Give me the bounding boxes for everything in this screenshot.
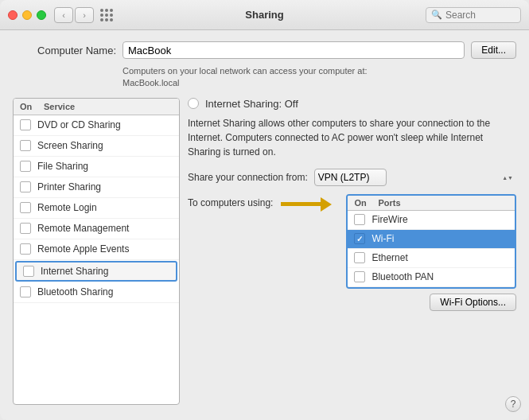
search-input[interactable] bbox=[445, 10, 515, 21]
share-from-label: Share your connection from: bbox=[188, 172, 308, 183]
nav-buttons: ‹ › bbox=[54, 7, 94, 23]
status-radio[interactable] bbox=[188, 98, 199, 109]
right-panel: Internet Sharing: Off Internet Sharing a… bbox=[188, 98, 516, 405]
remote-mgmt-label: Remote Management bbox=[37, 223, 129, 234]
wifi-options-row: Wi-Fi Options... bbox=[188, 294, 516, 311]
ethernet-label: Ethernet bbox=[371, 252, 407, 263]
search-icon: 🔍 bbox=[431, 10, 442, 20]
port-table: On Ports FireWire Wi-Fi Ethernet bbox=[346, 194, 516, 289]
status-title: Internet Sharing: Off bbox=[205, 98, 298, 110]
file-checkbox[interactable] bbox=[20, 161, 31, 172]
port-row-wifi[interactable]: Wi-Fi bbox=[348, 230, 515, 249]
port-row-ethernet[interactable]: Ethernet bbox=[348, 249, 515, 268]
share-from-row: Share your connection from: VPN (L2TP) W… bbox=[188, 169, 516, 186]
share-from-select-wrapper: VPN (L2TP) Wi-Fi Ethernet bbox=[314, 169, 516, 186]
internet-label: Internet Sharing bbox=[41, 266, 108, 277]
col-on-header: On bbox=[20, 102, 44, 111]
minimize-button[interactable] bbox=[22, 10, 32, 20]
sidebar-item-dvd[interactable]: DVD or CD Sharing bbox=[14, 115, 179, 136]
forward-button[interactable]: › bbox=[75, 7, 94, 23]
screen-label: Screen Sharing bbox=[37, 140, 103, 151]
remote-login-checkbox[interactable] bbox=[20, 202, 31, 213]
title-bar: ‹ › Sharing 🔍 bbox=[0, 0, 529, 30]
share-from-select[interactable]: VPN (L2TP) Wi-Fi Ethernet bbox=[314, 169, 387, 186]
sidebar-item-printer[interactable]: Printer Sharing bbox=[14, 177, 179, 198]
sidebar-item-screen[interactable]: Screen Sharing bbox=[14, 136, 179, 157]
firewire-checkbox[interactable] bbox=[354, 214, 365, 225]
edit-button[interactable]: Edit... bbox=[471, 41, 516, 59]
remote-mgmt-checkbox[interactable] bbox=[20, 223, 31, 234]
port-col-ports: Ports bbox=[378, 198, 508, 208]
sidebar-header: On Service bbox=[14, 99, 179, 115]
main-panel: On Service DVD or CD Sharing Screen Shar… bbox=[13, 98, 516, 405]
remote-login-label: Remote Login bbox=[37, 202, 97, 213]
screen-checkbox[interactable] bbox=[20, 140, 31, 151]
port-table-header: On Ports bbox=[348, 196, 515, 211]
to-computers-row: To computers using: On Ports FireWire bbox=[188, 194, 516, 289]
window-title: Sharing bbox=[245, 9, 283, 21]
ethernet-checkbox[interactable] bbox=[354, 252, 365, 263]
file-label: File Sharing bbox=[37, 161, 88, 172]
dvd-checkbox[interactable] bbox=[20, 119, 31, 130]
grid-view-button[interactable] bbox=[97, 7, 116, 23]
bluetooth-label: Bluetooth Sharing bbox=[37, 286, 113, 298]
printer-checkbox[interactable] bbox=[20, 181, 31, 192]
internet-checkbox[interactable] bbox=[23, 266, 34, 277]
help-button[interactable]: ? bbox=[505, 396, 521, 412]
bluetooth-pan-checkbox[interactable] bbox=[354, 271, 365, 282]
firewire-label: FireWire bbox=[371, 214, 407, 225]
sidebar-item-file[interactable]: File Sharing bbox=[14, 157, 179, 177]
col-service-header: Service bbox=[44, 102, 173, 111]
bluetooth-checkbox[interactable] bbox=[20, 286, 31, 298]
sidebar-item-bluetooth[interactable]: Bluetooth Sharing bbox=[14, 282, 179, 303]
computer-name-desc: Computers on your local network can acce… bbox=[123, 65, 516, 90]
dvd-label: DVD or CD Sharing bbox=[37, 119, 121, 130]
sidebar-item-remote-mgmt[interactable]: Remote Management bbox=[14, 219, 179, 239]
wifi-label: Wi-Fi bbox=[371, 233, 394, 244]
close-button[interactable] bbox=[8, 10, 18, 20]
sidebar-item-internet[interactable]: Internet Sharing bbox=[15, 261, 177, 282]
to-computers-label: To computers using: bbox=[188, 194, 273, 208]
arrow-head bbox=[321, 197, 332, 212]
wifi-checkbox[interactable] bbox=[354, 233, 365, 244]
computer-name-label: Computer Name: bbox=[13, 45, 116, 56]
search-bar[interactable]: 🔍 bbox=[426, 7, 521, 23]
traffic-lights bbox=[8, 10, 46, 20]
computer-name-row: Computer Name: Edit... bbox=[13, 41, 516, 59]
services-sidebar: On Service DVD or CD Sharing Screen Shar… bbox=[13, 98, 180, 405]
arrow-line bbox=[281, 202, 321, 206]
computer-name-input[interactable] bbox=[123, 41, 465, 59]
status-row: Internet Sharing: Off bbox=[188, 98, 516, 110]
sidebar-item-remote-apple[interactable]: Remote Apple Events bbox=[14, 239, 179, 260]
remote-apple-checkbox[interactable] bbox=[20, 243, 31, 255]
port-col-on: On bbox=[354, 198, 378, 208]
back-button[interactable]: ‹ bbox=[54, 7, 73, 23]
main-content: Computer Name: Edit... Computers on your… bbox=[0, 30, 529, 420]
description-text: Internet Sharing allows other computers … bbox=[188, 116, 516, 159]
port-row-firewire[interactable]: FireWire bbox=[348, 211, 515, 230]
remote-apple-label: Remote Apple Events bbox=[37, 243, 129, 255]
bluetooth-pan-label: Bluetooth PAN bbox=[371, 271, 434, 282]
maximize-button[interactable] bbox=[37, 10, 46, 20]
wifi-options-button[interactable]: Wi-Fi Options... bbox=[430, 294, 516, 311]
port-row-bluetooth-pan[interactable]: Bluetooth PAN bbox=[348, 268, 515, 287]
printer-label: Printer Sharing bbox=[37, 181, 101, 192]
sidebar-item-remote-login[interactable]: Remote Login bbox=[14, 198, 179, 219]
